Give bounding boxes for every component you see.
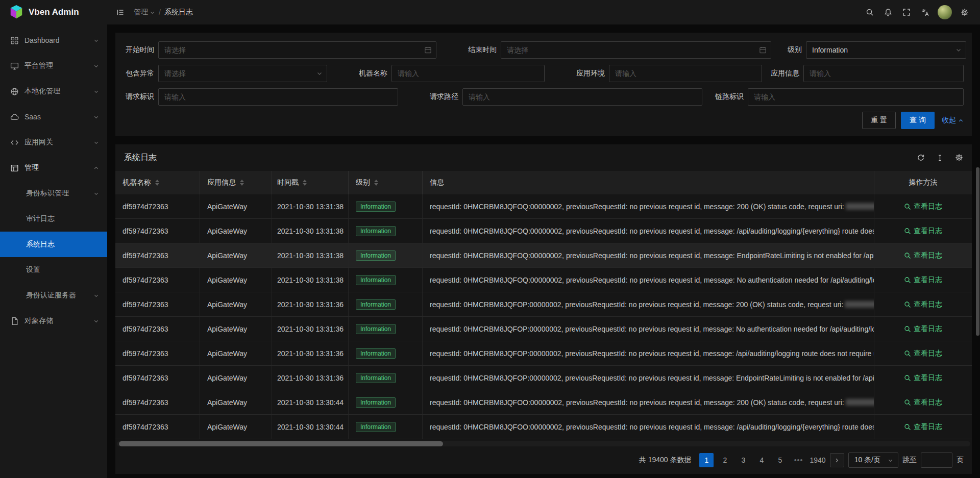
notification-button[interactable] [879, 2, 897, 22]
sort-icons[interactable] [303, 180, 307, 186]
content-area: 开始时间 结束时间 级别 [107, 24, 980, 478]
window-scrollbar-thumb[interactable] [976, 167, 979, 336]
column-header-machine[interactable]: 机器名称 [115, 171, 200, 194]
sidebar-item-gateway[interactable]: 应用网关 [0, 130, 107, 155]
log-message: requestId: 0HMCRBM8JQFOP:00000002, previ… [430, 300, 843, 309]
date-picker [158, 41, 436, 59]
exception-select [158, 65, 327, 82]
filter-field-include-exception: 包含异常 [124, 65, 327, 82]
cell-action: 查看日志 [874, 243, 972, 267]
jump-suffix: 页 [957, 456, 964, 465]
start-time-input[interactable] [158, 41, 436, 59]
sidebar-item-dashboard[interactable]: Dashboard [0, 28, 107, 53]
column-header-level[interactable]: 级别 [349, 171, 423, 194]
sidebar-item-saas[interactable]: Saas [0, 104, 107, 130]
avatar[interactable] [938, 5, 952, 19]
page-button-2[interactable]: 2 [718, 453, 732, 467]
sidebar-item-object-storage[interactable]: 对象存储 [0, 308, 107, 334]
page-button-4[interactable]: 4 [754, 453, 769, 467]
collapse-link[interactable]: 收起 [942, 116, 964, 125]
request-path-input[interactable] [462, 88, 702, 106]
cell-action: 查看日志 [874, 268, 972, 292]
cell-machine-name: df5974d72363 [115, 194, 200, 218]
page-button-3[interactable]: 3 [736, 453, 750, 467]
refresh-button[interactable] [917, 154, 925, 162]
column-height-icon [936, 154, 944, 162]
sidebar-item-audit-logs[interactable]: 审计日志 [0, 206, 107, 232]
view-log-link[interactable]: 查看日志 [904, 202, 942, 211]
view-log-link[interactable]: 查看日志 [904, 349, 942, 358]
logo[interactable]: Vben Admin [0, 0, 107, 24]
app-info-input[interactable] [803, 65, 964, 82]
view-log-link[interactable]: 查看日志 [904, 422, 942, 432]
log-message: requestId: 0HMCRBM8JQFOQ:00000002, previ… [430, 251, 874, 260]
cell-app-info: ApiGateWay [200, 219, 272, 243]
menu-fold-button[interactable] [111, 2, 130, 22]
language-button[interactable] [916, 2, 934, 22]
search-button[interactable] [861, 2, 879, 22]
row-height-button[interactable] [936, 154, 944, 162]
filter-row: 包含异常 机器名称 应用环境 [124, 65, 964, 82]
machine-name-input[interactable] [391, 65, 545, 82]
search-button[interactable]: 查 询 [901, 112, 935, 129]
app-environment-input[interactable] [609, 65, 762, 82]
view-log-link[interactable]: 查看日志 [904, 373, 942, 383]
table-row: df5974d72363 ApiGateWay 2021-10-30 13:31… [115, 243, 972, 268]
sort-icons[interactable] [240, 180, 244, 186]
cell-action: 查看日志 [874, 366, 972, 390]
sidebar-item-system-logs[interactable]: 系统日志 [0, 232, 107, 257]
level-badge: Information [356, 202, 396, 212]
cell-machine-name: df5974d72363 [115, 243, 200, 267]
field-label: 开始时间 [124, 45, 154, 55]
search-icon [904, 301, 911, 308]
reset-button[interactable]: 重 置 [862, 112, 896, 129]
view-log-link[interactable]: 查看日志 [904, 300, 942, 309]
level-badge: Information [356, 324, 396, 334]
view-log-link[interactable]: 查看日志 [904, 227, 942, 236]
search-icon [904, 350, 911, 357]
column-settings-button[interactable] [955, 154, 963, 162]
page-button-5[interactable]: 5 [773, 453, 787, 467]
horizontal-scrollbar-thumb[interactable] [119, 441, 443, 446]
breadcrumb-parent[interactable]: 管理 [134, 8, 155, 17]
view-log-link[interactable]: 查看日志 [904, 251, 942, 260]
sidebar-item-management[interactable]: 管理 [0, 155, 107, 181]
sidebar-item-identity-server[interactable]: 身份认证服务器 [0, 283, 107, 308]
request-id-input[interactable] [158, 88, 398, 106]
sidebar-item-platform[interactable]: 平台管理 [0, 53, 107, 79]
column-header-timestamp[interactable]: 时间戳 [272, 171, 349, 194]
search-icon [904, 276, 911, 284]
chevron-down-icon [93, 114, 99, 120]
page-button-last[interactable]: 1940 [810, 453, 825, 467]
include-exception-select[interactable] [158, 65, 327, 82]
chevron-down-icon [93, 63, 99, 69]
filter-field-app-environment: 应用环境 [574, 65, 762, 82]
level-select-input[interactable] [806, 41, 966, 59]
trace-id-input[interactable] [748, 88, 964, 106]
next-page-button[interactable] [830, 453, 844, 467]
end-time-input[interactable] [501, 41, 771, 59]
settings-button[interactable] [955, 2, 974, 22]
page-button-1[interactable]: 1 [699, 453, 714, 467]
view-log-link[interactable]: 查看日志 [904, 324, 942, 334]
sidebar-item-settings[interactable]: 设置 [0, 257, 107, 283]
view-log-link[interactable]: 查看日志 [904, 398, 942, 407]
page-size-select[interactable]: 10 条/页 [848, 452, 898, 468]
sort-icons[interactable] [374, 180, 378, 186]
column-header-app-info[interactable]: 应用信息 [200, 171, 272, 194]
sort-icons[interactable] [155, 180, 159, 186]
gateway-icon [10, 138, 19, 147]
horizontal-scrollbar[interactable] [117, 441, 970, 446]
jump-page-input[interactable] [921, 452, 952, 468]
cell-message: requestId: 0HMCRBM8JQFOO:00000002, previ… [423, 390, 874, 414]
sidebar-item-localization[interactable]: 本地化管理 [0, 79, 107, 104]
page-ellipsis[interactable]: ••• [791, 453, 805, 467]
sidebar-item-identity-management[interactable]: 身份标识管理 [0, 181, 107, 206]
fullscreen-button[interactable] [897, 2, 916, 22]
breadcrumb: 管理 / 系统日志 [134, 8, 193, 17]
table-header-bar: 系统日志 [115, 144, 972, 171]
cell-machine-name: df5974d72363 [115, 366, 200, 390]
main-area: 管理 / 系统日志 [107, 0, 980, 478]
cell-level: Information [349, 194, 423, 218]
view-log-link[interactable]: 查看日志 [904, 275, 942, 285]
